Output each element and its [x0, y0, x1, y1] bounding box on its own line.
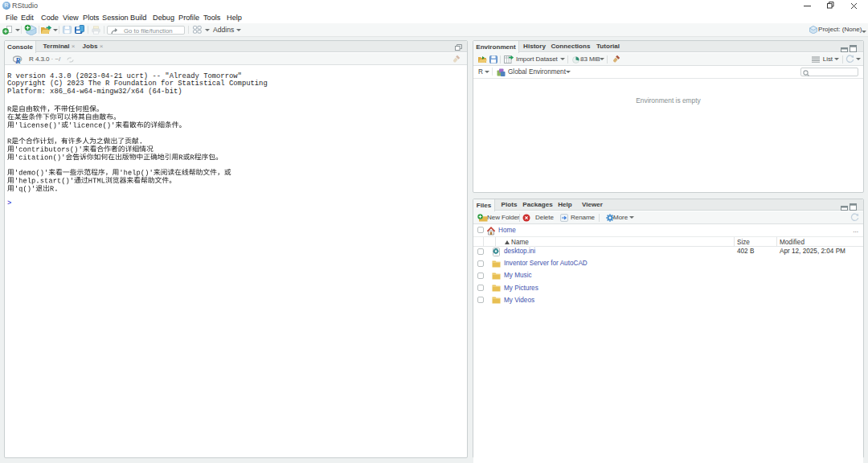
svg-text:R: R — [14, 56, 20, 64]
